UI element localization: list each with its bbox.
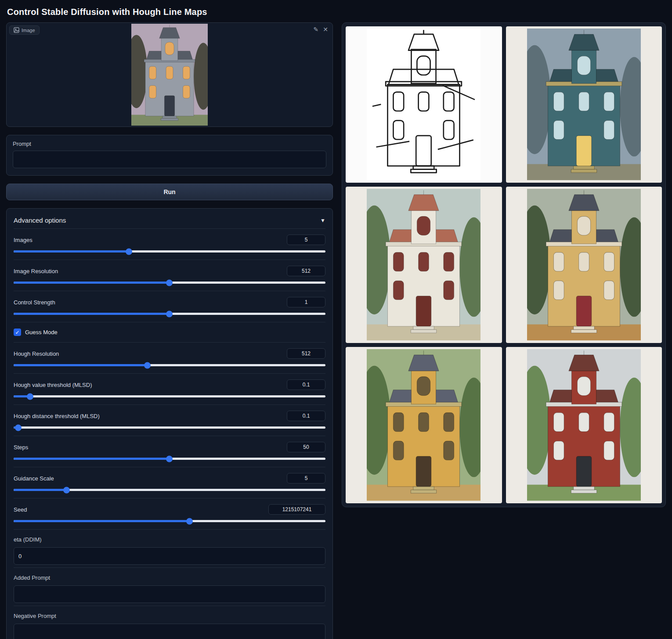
image-resolution-slider[interactable]	[14, 282, 325, 284]
clear-image-icon[interactable]: ✕	[323, 26, 328, 32]
gallery-item-result-1[interactable]	[506, 26, 662, 183]
images-value[interactable]: 5	[287, 235, 325, 245]
slider-handle[interactable]	[166, 310, 173, 317]
hough-value-threshold-value[interactable]: 0.1	[287, 379, 325, 390]
run-button[interactable]: Run	[6, 184, 333, 200]
slider-handle[interactable]	[166, 279, 173, 286]
control-strength-slider[interactable]	[14, 313, 325, 315]
steps-label: Steps	[14, 444, 28, 451]
generated-image-5	[527, 349, 641, 501]
generated-image-4	[367, 349, 481, 501]
slider-fill	[14, 250, 129, 253]
advanced-options-title: Advanced options	[14, 217, 66, 224]
steps-slider-group: Steps 50	[14, 436, 325, 467]
hough-resolution-slider-group: Hough Resolution 512	[14, 342, 325, 373]
slider-fill	[14, 489, 67, 491]
slider-fill	[14, 520, 190, 522]
hough-resolution-label: Hough Resolution	[14, 350, 59, 357]
slider-fill	[14, 458, 170, 460]
added-prompt-input[interactable]	[14, 585, 325, 603]
negative-prompt-label: Negative Prompt	[14, 613, 325, 619]
controls-column: Image ✎ ✕ Prompt Run Advanced options ▼	[6, 22, 333, 639]
control-strength-value[interactable]: 1	[287, 297, 325, 307]
gallery-item-result-4[interactable]	[346, 347, 502, 503]
slider-handle[interactable]	[126, 248, 132, 255]
image-resolution-value[interactable]: 512	[287, 266, 325, 276]
hough-value-threshold-slider-group: Hough value threshold (MLSD) 0.1	[14, 373, 325, 404]
image-icon	[14, 27, 19, 33]
hough-resolution-slider[interactable]	[14, 364, 325, 366]
hough-line-map-image	[367, 29, 481, 180]
slider-fill	[14, 282, 170, 284]
prompt-label: Prompt	[13, 141, 326, 147]
eta-label: eta (DDIM)	[14, 536, 325, 543]
input-image	[131, 24, 208, 126]
generated-image-1	[527, 29, 641, 180]
results-column	[342, 22, 666, 507]
hough-distance-threshold-slider[interactable]	[14, 426, 325, 429]
gallery-item-hough-map[interactable]	[346, 26, 502, 183]
hough-distance-threshold-value[interactable]: 0.1	[287, 411, 325, 421]
images-label: Images	[14, 237, 33, 243]
chevron-down-icon[interactable]: ▼	[320, 217, 325, 224]
slider-fill	[14, 313, 170, 315]
guidance-scale-value[interactable]: 5	[287, 473, 325, 484]
gallery-item-result-2[interactable]	[346, 187, 502, 343]
image-resolution-label: Image Resolution	[14, 268, 58, 274]
negative-prompt-input[interactable]	[14, 624, 325, 639]
slider-fill	[14, 364, 148, 366]
added-prompt-label: Added Prompt	[14, 574, 325, 581]
hough-resolution-value[interactable]: 512	[287, 348, 325, 359]
generated-image-2	[367, 189, 481, 340]
generated-image-3	[527, 189, 641, 340]
image-label-tab: Image	[9, 25, 40, 35]
eta-group: eta (DDIM)	[14, 529, 325, 567]
hough-distance-threshold-slider-group: Hough distance threshold (MLSD) 0.1	[14, 404, 325, 436]
guess-mode-checkbox[interactable]: ✓	[14, 329, 21, 336]
image-label: Image	[22, 28, 35, 33]
guidance-scale-label: Guidance Scale	[14, 475, 54, 482]
seed-value[interactable]: 1215107241	[268, 504, 325, 515]
slider-handle[interactable]	[27, 393, 33, 400]
prompt-input[interactable]	[13, 151, 326, 168]
steps-slider[interactable]	[14, 458, 325, 460]
slider-handle[interactable]	[186, 518, 193, 524]
hough-value-threshold-slider[interactable]	[14, 395, 325, 397]
advanced-options-panel: Advanced options ▼ Images 5 Image Resolu…	[6, 208, 333, 639]
hough-distance-threshold-label: Hough distance threshold (MLSD)	[14, 413, 100, 419]
advanced-options-header[interactable]: Advanced options ▼	[14, 215, 325, 228]
slider-handle[interactable]	[144, 362, 151, 368]
main-layout: Image ✎ ✕ Prompt Run Advanced options ▼	[0, 22, 672, 639]
seed-slider-group: Seed 1215107241	[14, 498, 325, 529]
guidance-scale-slider-group: Guidance Scale 5	[14, 467, 325, 498]
negative-prompt-group: Negative Prompt	[14, 606, 325, 639]
guess-mode-label: Guess Mode	[25, 329, 58, 336]
hough-value-threshold-label: Hough value threshold (MLSD)	[14, 382, 92, 388]
image-actions: ✎ ✕	[314, 26, 328, 32]
slider-handle[interactable]	[166, 455, 173, 462]
image-upload-block[interactable]: Image ✎ ✕	[6, 22, 333, 127]
guidance-scale-slider[interactable]	[14, 489, 325, 491]
slider-handle[interactable]	[15, 424, 22, 431]
steps-value[interactable]: 50	[287, 442, 325, 452]
seed-label: Seed	[14, 506, 27, 513]
guess-mode-group: ✓ Guess Mode	[14, 322, 325, 342]
edit-image-icon[interactable]: ✎	[314, 26, 319, 32]
control-strength-label: Control Strength	[14, 299, 55, 306]
gallery-item-result-5[interactable]	[506, 347, 662, 503]
slider-handle[interactable]	[63, 487, 70, 493]
page-title: Control Stable Diffusion with Hough Line…	[0, 0, 672, 22]
result-gallery	[342, 22, 666, 507]
image-resolution-slider-group: Image Resolution 512	[14, 260, 325, 291]
added-prompt-group: Added Prompt	[14, 567, 325, 606]
eta-input[interactable]	[14, 547, 325, 565]
seed-slider[interactable]	[14, 520, 325, 522]
prompt-block: Prompt	[6, 135, 333, 176]
control-strength-slider-group: Control Strength 1	[14, 291, 325, 322]
gallery-item-result-3[interactable]	[506, 187, 662, 343]
check-icon: ✓	[15, 330, 19, 335]
images-slider-group: Images 5	[14, 228, 325, 260]
images-slider[interactable]	[14, 250, 325, 253]
